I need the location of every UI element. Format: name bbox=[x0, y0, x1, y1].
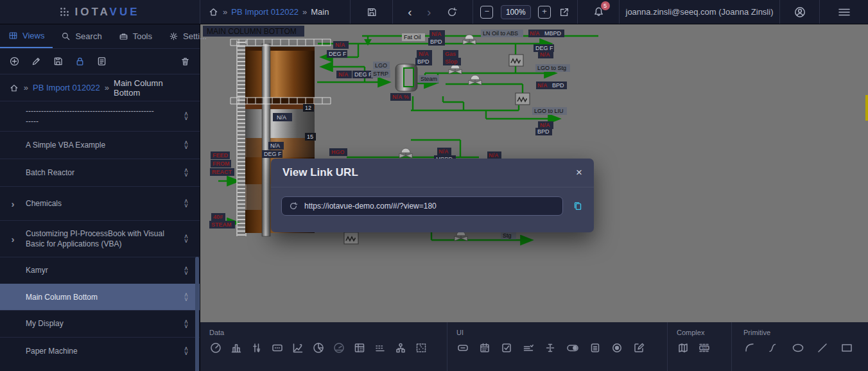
user-email[interactable]: joanna.zinsli@seeq.com (Joanna Zinsli) bbox=[620, 0, 780, 24]
list-item[interactable]: ----------------------------------------… bbox=[0, 101, 200, 131]
edit-pencil-icon[interactable] bbox=[31, 56, 42, 67]
reorder-control[interactable]: ˄˅ bbox=[179, 112, 193, 121]
list-item[interactable]: › Customizing PI-ProcessBook with Visual… bbox=[0, 220, 200, 257]
bar-chart-icon[interactable] bbox=[230, 341, 243, 354]
save-view-icon[interactable] bbox=[53, 56, 64, 67]
multi-select-icon[interactable] bbox=[522, 341, 535, 354]
notes-icon[interactable] bbox=[96, 56, 107, 67]
logo-dots-icon bbox=[60, 7, 69, 17]
button-icon[interactable] bbox=[456, 341, 469, 354]
svg-text:MAIN COLUMN BOTTOM: MAIN COLUMN BOTTOM bbox=[207, 27, 297, 36]
reorder-control[interactable]: ˄˅ bbox=[179, 293, 193, 302]
home-icon[interactable] bbox=[208, 6, 219, 17]
view-link-url-input[interactable] bbox=[304, 202, 556, 211]
sidebar-scrollbar[interactable] bbox=[195, 257, 199, 371]
reorder-control[interactable]: ˄˅ bbox=[179, 141, 193, 150]
list-item[interactable]: › Chemicals ˄˅ bbox=[0, 186, 200, 220]
rectangle-icon[interactable] bbox=[840, 341, 854, 354]
svg-text:LGO: LGO bbox=[375, 62, 387, 69]
dialog-header: View Link URL × bbox=[271, 159, 594, 187]
breadcrumb-separator: » bbox=[302, 7, 307, 17]
lock-icon[interactable] bbox=[74, 56, 85, 67]
reorder-control[interactable]: ˄˅ bbox=[179, 234, 193, 243]
palette-group-primitive: Primitive bbox=[732, 322, 868, 371]
expand-chevron-icon[interactable]: › bbox=[0, 198, 26, 209]
menu-icon[interactable] bbox=[837, 6, 851, 18]
nav-forward-button[interactable]: › bbox=[427, 6, 431, 18]
svg-text:LN Oil to ABS: LN Oil to ABS bbox=[483, 30, 518, 37]
toggle-icon[interactable] bbox=[566, 341, 580, 354]
reorder-control[interactable]: ˄˅ bbox=[179, 320, 193, 329]
pie-chart-icon[interactable] bbox=[312, 341, 325, 354]
list-item-selected[interactable]: Main Column Bottom ˄˅ bbox=[0, 284, 200, 310]
logo-text-iota: IOTA bbox=[74, 6, 109, 18]
gauge-icon[interactable] bbox=[209, 341, 222, 354]
list-item[interactable]: My Display ˄˅ bbox=[0, 310, 200, 337]
dial-icon[interactable] bbox=[333, 341, 345, 354]
notification-bell-icon[interactable]: 5 bbox=[593, 6, 605, 18]
tab-tools[interactable]: Tools bbox=[110, 24, 161, 48]
reorder-control[interactable]: ˄˅ bbox=[179, 199, 193, 208]
date-picker-icon[interactable] bbox=[478, 341, 491, 354]
checkbox-icon[interactable] bbox=[500, 341, 513, 354]
home-icon[interactable] bbox=[9, 83, 19, 93]
breadcrumb-link[interactable]: PB Import 012022 bbox=[231, 7, 299, 17]
curve-icon[interactable] bbox=[767, 341, 780, 354]
trend-chart-icon[interactable] bbox=[291, 341, 304, 354]
tab-settings[interactable]: Setti... bbox=[161, 24, 215, 48]
text-editor-icon[interactable] bbox=[632, 341, 645, 354]
copy-to-clipboard-icon[interactable] bbox=[572, 200, 584, 212]
stripper-vessel bbox=[395, 64, 417, 91]
list-item[interactable]: Paper Machine ˄˅ bbox=[0, 337, 200, 365]
svg-text:N/A: N/A bbox=[277, 114, 286, 121]
diagram-title: MAIN COLUMN BOTTOM bbox=[203, 26, 304, 37]
svg-text:N/A: N/A bbox=[489, 152, 499, 159]
svg-text:BPD: BPD bbox=[537, 128, 550, 135]
svg-text:Gas: Gas bbox=[445, 51, 456, 57]
component-palette: Data UI bbox=[200, 322, 868, 371]
reorder-control[interactable]: ˄˅ bbox=[179, 347, 193, 356]
ellipse-icon[interactable] bbox=[791, 341, 805, 354]
tab-search[interactable]: Search bbox=[53, 24, 110, 48]
radio-button-icon[interactable] bbox=[611, 341, 623, 354]
save-icon[interactable] bbox=[366, 6, 378, 18]
iotavue-app: IOTAVUE » PB Import 012022 » Main ‹ › − … bbox=[0, 0, 868, 371]
sqc-icon[interactable]: SQC bbox=[697, 341, 711, 354]
nav-back-button[interactable]: ‹ bbox=[408, 6, 412, 18]
close-icon[interactable]: × bbox=[576, 166, 582, 179]
scatter-plot-icon[interactable] bbox=[415, 341, 428, 354]
line-icon[interactable] bbox=[816, 341, 829, 354]
dot-matrix-icon[interactable] bbox=[374, 341, 386, 354]
tab-views[interactable]: Views bbox=[0, 24, 53, 48]
palette-group-complex: Complex SQC bbox=[668, 322, 732, 371]
sidebar-breadcrumb-link[interactable]: PB Import 012022 bbox=[33, 83, 100, 92]
add-view-icon[interactable] bbox=[9, 56, 20, 67]
text-input-icon[interactable] bbox=[544, 341, 557, 354]
sidebar-toolbar bbox=[0, 49, 200, 74]
reorder-control[interactable]: ˄˅ bbox=[179, 168, 193, 177]
expand-chevron-icon[interactable]: › bbox=[0, 234, 26, 245]
open-external-icon[interactable] bbox=[559, 6, 570, 18]
zoom-in-button[interactable]: + bbox=[538, 6, 551, 19]
numeric-display-icon[interactable] bbox=[271, 341, 284, 354]
list-item[interactable]: Kamyr ˄˅ bbox=[0, 257, 200, 284]
hierarchy-icon[interactable] bbox=[394, 341, 407, 354]
delete-trash-icon[interactable] bbox=[180, 56, 191, 67]
reorder-control[interactable]: ˄˅ bbox=[179, 266, 193, 275]
list-item[interactable]: A Simple VBA Example ˄˅ bbox=[0, 131, 200, 159]
refresh-icon[interactable] bbox=[446, 6, 458, 18]
zoom-out-button[interactable]: − bbox=[480, 6, 493, 19]
account-icon[interactable] bbox=[794, 6, 806, 19]
map-icon[interactable] bbox=[677, 341, 690, 354]
list-box-icon[interactable] bbox=[589, 341, 602, 354]
list-item[interactable]: Batch Reactor ˄˅ bbox=[0, 159, 200, 186]
palette-group-label: Complex bbox=[677, 329, 731, 336]
views-grid-icon bbox=[8, 31, 18, 40]
clipped-element bbox=[865, 95, 868, 121]
pivot-table-icon[interactable] bbox=[353, 341, 366, 354]
arc-icon[interactable] bbox=[743, 341, 756, 354]
sidebar-breadcrumb: » PB Import 012022 » Main Column Bottom bbox=[0, 74, 200, 101]
views-list: ----------------------------------------… bbox=[0, 101, 200, 371]
url-field-wrapper bbox=[281, 196, 563, 216]
vertical-slider-icon[interactable] bbox=[250, 341, 263, 354]
